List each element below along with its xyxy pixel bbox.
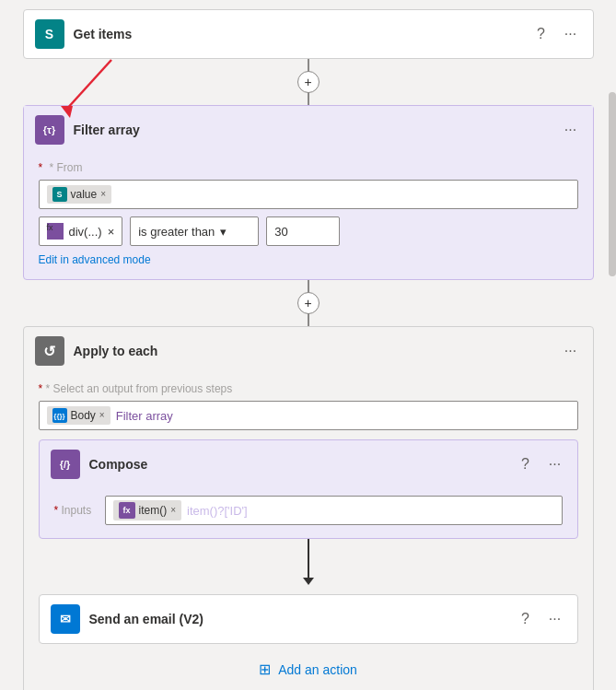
- get-items-more-icon[interactable]: ···: [560, 23, 582, 45]
- apply-to-each-icon: ↺: [35, 336, 64, 366]
- add-action-area: ⊞ Add an action: [39, 653, 578, 685]
- add-action-button[interactable]: ⊞ Add an action: [240, 653, 376, 685]
- condition-token-close[interactable]: ×: [108, 225, 115, 239]
- send-email-more-icon[interactable]: ···: [544, 608, 566, 630]
- svg-line-0: [65, 60, 111, 111]
- advanced-mode-link[interactable]: Edit in advanced mode: [39, 253, 151, 266]
- body-token-label: Body: [71, 409, 96, 422]
- operator-dropdown[interactable]: is greater than ▾: [130, 216, 259, 246]
- from-token-input[interactable]: S value ×: [39, 180, 578, 209]
- add-step-button-1[interactable]: +: [297, 71, 320, 93]
- apply-to-each-body: * * Select an output from previous steps…: [24, 375, 593, 690]
- compose-help-icon[interactable]: ?: [515, 453, 537, 475]
- item-token-fx-icon: fx: [119, 502, 135, 519]
- compose-body: * Inputs fx item() × item()?['ID']: [40, 488, 577, 538]
- arrow-connector: [39, 539, 578, 585]
- send-email-title: Send an email (V2): [89, 612, 506, 626]
- filter-array-block: {τ} Filter array ··· * * From S value × …: [23, 105, 594, 280]
- from-token-sp-icon: S: [52, 187, 67, 202]
- connector-1: +: [308, 59, 309, 105]
- add-action-label: Add an action: [278, 662, 357, 677]
- select-output-input[interactable]: {{}} Body × Filter array: [39, 401, 578, 430]
- from-required-star: *: [39, 161, 43, 174]
- filter-array-more-icon[interactable]: ···: [560, 119, 582, 141]
- compose-header: {/} Compose ? ···: [40, 440, 577, 488]
- from-value-token: S value ×: [47, 185, 112, 204]
- condition-div-label: div(...): [69, 225, 102, 239]
- add-step-button-2[interactable]: +: [297, 292, 320, 314]
- from-token-close[interactable]: ×: [100, 190, 106, 199]
- inputs-value-box[interactable]: fx item() × item()?['ID']: [105, 496, 563, 525]
- operator-label: is greater than: [138, 225, 215, 239]
- from-label: * * From: [39, 161, 578, 174]
- body-token-icon: {{}}: [52, 408, 67, 423]
- select-output-label: * * Select an output from previous steps: [39, 382, 578, 395]
- condition-fx-icon: fx: [47, 223, 64, 240]
- dropdown-arrow-icon: ▾: [220, 225, 227, 239]
- apply-to-each-header: ↺ Apply to each ···: [24, 327, 593, 375]
- send-email-header: ✉ Send an email (V2) ? ···: [40, 595, 577, 643]
- inputs-row: * Inputs fx item() × item()?['ID']: [54, 496, 563, 525]
- compose-title: Compose: [89, 457, 506, 472]
- get-items-block: S Get items ? ···: [23, 9, 594, 59]
- body-token: {{}} Body ×: [47, 406, 110, 425]
- sharepoint-icon: S: [35, 19, 64, 49]
- scrollbar-track[interactable]: [609, 0, 616, 690]
- item-token: fx item() ×: [113, 500, 182, 520]
- arrow-head: [303, 578, 314, 585]
- body-token-close[interactable]: ×: [99, 411, 105, 420]
- condition-row: fx div(...) × is greater than ▾ 30: [39, 216, 578, 246]
- compose-block: {/} Compose ? ··· * Inputs fx: [39, 439, 578, 539]
- filter-array-header: {τ} Filter array ···: [24, 106, 593, 154]
- filter-array-icon: {τ}: [35, 115, 64, 145]
- filter-array-body: * * From S value × fx div(...) × is grea…: [24, 154, 593, 279]
- scrollbar-thumb[interactable]: [609, 92, 616, 276]
- item-token-label: item(): [139, 504, 168, 517]
- filter-array-title: Filter array: [74, 123, 551, 137]
- filter-array-label-inline: Filter array: [116, 409, 173, 423]
- compose-icon: {/}: [51, 450, 80, 479]
- get-items-help-icon[interactable]: ?: [530, 23, 552, 45]
- connector-2: +: [308, 280, 309, 326]
- apply-to-each-block: ↺ Apply to each ··· * * Select an output…: [23, 326, 594, 690]
- get-items-title: Get items: [74, 27, 521, 41]
- apply-to-each-title: Apply to each: [74, 344, 551, 358]
- inputs-label: * Inputs: [54, 504, 96, 517]
- compose-more-icon[interactable]: ···: [544, 453, 566, 475]
- add-action-icon: ⊞: [259, 661, 271, 678]
- item-token-close[interactable]: ×: [170, 506, 176, 515]
- arrow-line: [308, 539, 309, 578]
- condition-value-text: 30: [274, 225, 287, 239]
- condition-value-input[interactable]: 30: [266, 216, 340, 246]
- from-token-label: value: [71, 188, 98, 201]
- apply-more-icon[interactable]: ···: [560, 340, 582, 362]
- condition-left-token[interactable]: fx div(...) ×: [39, 216, 123, 246]
- send-email-help-icon[interactable]: ?: [515, 608, 537, 630]
- send-email-block: ✉ Send an email (V2) ? ···: [39, 594, 578, 644]
- send-email-icon: ✉: [51, 604, 80, 634]
- item-id-ghost-text: item()?['ID']: [187, 504, 248, 518]
